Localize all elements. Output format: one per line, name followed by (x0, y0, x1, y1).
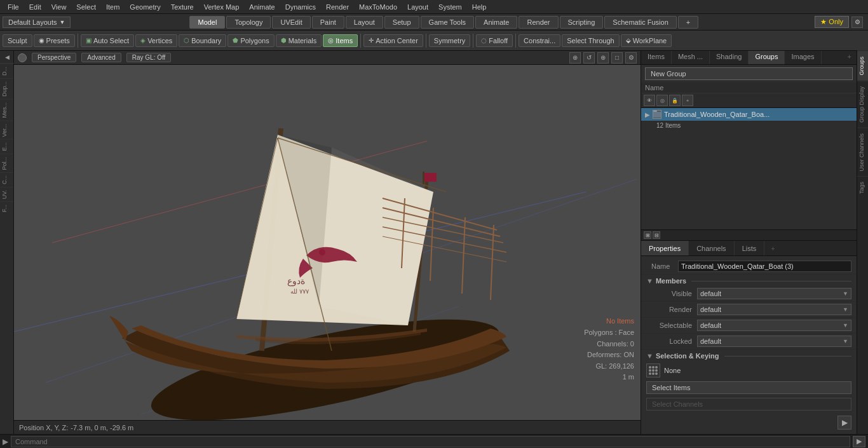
layout-tab-game-tools[interactable]: Game Tools (421, 16, 475, 29)
constraints-button[interactable]: Constrai... (519, 34, 560, 47)
tab-items[interactable]: Items (641, 51, 672, 64)
edge-tab-group-display[interactable]: Group Display (857, 81, 868, 128)
selectable-dropdown[interactable]: default ▼ (697, 320, 851, 331)
menu-layout[interactable]: Layout (402, 2, 433, 12)
falloff-button[interactable]: ◌ Falloff (476, 34, 513, 47)
viewport-canvas[interactable]: ةدوع ٧٧٧ لله (14, 65, 641, 434)
layout-tab-schematic[interactable]: Schematic Fusion (604, 16, 676, 29)
menu-view[interactable]: View (46, 2, 72, 12)
sidebar-item-f[interactable]: F... (0, 201, 13, 215)
prop-name-input[interactable] (678, 261, 851, 272)
tab-groups[interactable]: Groups (749, 51, 785, 64)
layout-tab-topology[interactable]: Topology (226, 16, 271, 29)
layout-tab-setup[interactable]: Setup (384, 16, 419, 29)
action-center-label: Action Center (376, 37, 418, 44)
prop-tab-add-btn[interactable]: + (766, 243, 780, 254)
sidebar-item-uv[interactable]: UV. (0, 187, 13, 201)
tab-add-btn[interactable]: + (843, 51, 857, 64)
materials-button[interactable]: ⬢ Materials (276, 34, 322, 47)
menu-geometry[interactable]: Geometry (125, 2, 165, 12)
viewport-perspective-btn[interactable]: Perspective (32, 53, 76, 62)
layout-tab-uvedit[interactable]: UVEdit (272, 16, 310, 29)
viewport-menu-btn[interactable] (18, 53, 27, 62)
presets-button[interactable]: ◉ Presets (34, 34, 75, 47)
group-item[interactable]: ▶ Traditional_Wooden_Qatar_Boa... (641, 108, 857, 121)
workplane-button[interactable]: ⬙ WorkPlane (621, 34, 672, 47)
sidebar-collapse-btn[interactable]: ◀ (0, 51, 14, 64)
sidebar-item-ver[interactable]: Ver... (0, 121, 13, 140)
menu-dynamics[interactable]: Dynamics (280, 2, 321, 12)
render-dropdown[interactable]: default ▼ (697, 304, 851, 315)
symmetry-button[interactable]: Symmetry (429, 34, 471, 47)
prop-tab-channels[interactable]: Channels (689, 241, 734, 255)
viewport-orbit-icon[interactable]: ⊕ (569, 52, 581, 64)
sel-keying-toggle[interactable]: ▼ (646, 352, 653, 360)
auto-select-button[interactable]: ▣ Auto Select (81, 34, 134, 47)
sidebar-item-e[interactable]: E... (0, 139, 13, 154)
viewport-advanced-btn[interactable]: Advanced (81, 53, 121, 62)
expand-arrow-btn[interactable]: ▶ (837, 416, 851, 430)
command-input[interactable] (11, 436, 850, 447)
boundary-button[interactable]: ⬡ Boundary (179, 34, 226, 47)
sidebar-item-dup[interactable]: Dup... (0, 78, 13, 99)
edge-tab-tags[interactable]: Tags (857, 176, 868, 199)
viewport-raygl-btn[interactable]: Ray GL: Off (126, 53, 172, 62)
vertices-button[interactable]: ◈ Vertices (135, 34, 177, 47)
layout-tab-model[interactable]: Model (189, 16, 225, 29)
members-toggle[interactable]: ▼ (646, 277, 653, 285)
keying-dots-btn[interactable] (646, 363, 660, 377)
viewport-fit-icon[interactable]: □ (611, 52, 623, 64)
menu-help[interactable]: Help (467, 2, 492, 12)
sidebar-item-mes[interactable]: Mes... (0, 99, 13, 121)
menu-item[interactable]: Item (101, 2, 125, 12)
panel-collapse-icon[interactable]: ⊟ (653, 231, 660, 239)
sidebar-item-d[interactable]: D... (0, 64, 13, 78)
menu-vertex-map[interactable]: Vertex Map (199, 2, 245, 12)
layout-tab-animate[interactable]: Animate (475, 16, 517, 29)
menu-edit[interactable]: Edit (24, 2, 46, 12)
visible-dropdown[interactable]: default ▼ (697, 288, 851, 299)
tab-images[interactable]: Images (785, 51, 821, 64)
prop-tab-lists[interactable]: Lists (735, 241, 765, 255)
locked-dropdown[interactable]: default ▼ (697, 336, 851, 347)
settings-icon[interactable]: ⚙ (851, 17, 863, 28)
select-items-button[interactable]: Select Items (646, 381, 851, 394)
tab-mesh[interactable]: Mesh ... (672, 51, 710, 64)
layout-dropdown[interactable]: Default Layouts ▼ (3, 17, 71, 28)
layout-tab-scripting[interactable]: Scripting (560, 16, 604, 29)
layout-tab-render[interactable]: Render (519, 16, 558, 29)
sidebar-item-pol[interactable]: Pol... (0, 154, 13, 173)
group-lock-btn[interactable]: 🔒 (669, 95, 681, 106)
group-add-btn[interactable]: + (682, 95, 693, 106)
layout-tab-paint[interactable]: Paint (312, 16, 344, 29)
viewport-rotate-icon[interactable]: ↺ (583, 52, 595, 64)
edge-tab-user-channels[interactable]: User Channels (857, 128, 868, 177)
new-group-button[interactable]: New Group (645, 67, 853, 80)
action-center-button[interactable]: ✛ Action Center (363, 34, 423, 47)
group-visible-btn[interactable]: 👁 (644, 95, 655, 106)
prop-tab-properties[interactable]: Properties (641, 241, 689, 255)
menu-file[interactable]: File (3, 2, 24, 12)
viewport-pan-icon[interactable]: ⊕ (597, 52, 609, 64)
menu-texture[interactable]: Texture (166, 2, 199, 12)
items-button[interactable]: ◎ Items (323, 34, 358, 47)
panel-expand-icon[interactable]: ⊞ (644, 231, 651, 239)
layout-tab-layout[interactable]: Layout (346, 16, 383, 29)
tab-shading[interactable]: Shading (710, 51, 749, 64)
edge-tab-groups[interactable]: Groups (857, 51, 868, 81)
menu-render[interactable]: Render (321, 2, 354, 12)
select-channels-button[interactable]: Select Channels (646, 398, 851, 411)
command-run-btn[interactable]: ▶ (853, 436, 865, 447)
sidebar-item-c[interactable]: C... (0, 172, 13, 187)
select-through-button[interactable]: Select Through (562, 34, 619, 47)
star-only-btn[interactable]: ★ Only (815, 16, 849, 28)
polygons-button[interactable]: ⬟ Polygons (227, 34, 274, 47)
sculpt-button[interactable]: Sculpt (3, 34, 32, 47)
group-render-btn[interactable]: ◎ (656, 95, 668, 106)
menu-animate[interactable]: Animate (244, 2, 280, 12)
viewport-settings-icon[interactable]: ⚙ (625, 52, 637, 64)
menu-maxtomodo[interactable]: MaxToModo (354, 2, 402, 12)
layout-tab-add[interactable]: + (678, 16, 698, 29)
menu-system[interactable]: System (433, 2, 467, 12)
menu-select[interactable]: Select (71, 2, 101, 12)
